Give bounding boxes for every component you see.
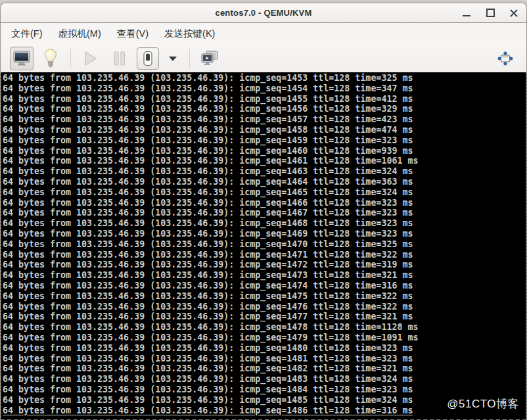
maximize-icon xyxy=(486,9,495,17)
show-graphical-console-button[interactable] xyxy=(10,47,34,70)
close-button[interactable] xyxy=(507,6,521,20)
terminal-line: 64 bytes from 103.235.46.39 (103.235.46.… xyxy=(3,270,526,281)
pause-icon xyxy=(113,51,126,66)
lightbulb-icon xyxy=(43,48,58,69)
terminal-line: 64 bytes from 103.235.46.39 (103.235.46.… xyxy=(3,177,526,187)
menubar: 文件(F) 虚拟机(M) 查看(V) 发送按键(K) xyxy=(1,23,526,44)
terminal-line: 64 bytes from 103.235.46.39 (103.235.46.… xyxy=(3,374,526,385)
displays-icon xyxy=(200,51,219,66)
terminal-line: 64 bytes from 103.235.46.39 (103.235.46.… xyxy=(3,322,526,333)
terminal-line: 64 bytes from 103.235.46.39 (103.235.46.… xyxy=(3,363,526,374)
terminal-line: 64 bytes from 103.235.46.39 (103.235.46.… xyxy=(3,187,526,198)
terminal-line: 64 bytes from 103.235.46.39 (103.235.46.… xyxy=(3,218,526,229)
terminal-line: 64 bytes from 103.235.46.39 (103.235.46.… xyxy=(3,125,526,135)
terminal-line: 64 bytes from 103.235.46.39 (103.235.46.… xyxy=(3,83,526,94)
terminal-line: 64 bytes from 103.235.46.39 (103.235.46.… xyxy=(3,281,526,291)
menu-view[interactable]: 查看(V) xyxy=(109,24,156,43)
window-title: centos7.0 - QEMU/KVM xyxy=(215,8,311,18)
shutdown-menu-button[interactable] xyxy=(164,47,181,70)
terminal-line: 64 bytes from 103.235.46.39 (103.235.46.… xyxy=(3,73,526,83)
toolbar xyxy=(1,44,526,72)
power-switch-icon xyxy=(143,51,153,66)
minimize-icon xyxy=(463,15,470,16)
menu-file[interactable]: 文件(F) xyxy=(3,24,51,43)
terminal-line: 64 bytes from 103.235.46.39 (103.235.46.… xyxy=(3,302,526,312)
terminal-output[interactable]: 64 bytes from 103.235.46.39 (103.235.46.… xyxy=(1,72,526,420)
virtual-displays-button[interactable] xyxy=(198,47,221,70)
terminal-line: 64 bytes from 103.235.46.39 (103.235.46.… xyxy=(3,104,526,114)
vm-console-window: centos7.0 - QEMU/KVM 文件(F) 虚拟机(M) 查看(V) … xyxy=(0,3,527,420)
maximize-button[interactable] xyxy=(483,6,497,20)
fullscreen-icon xyxy=(497,51,514,66)
terminal-line: 64 bytes from 103.235.46.39 (103.235.46.… xyxy=(3,333,526,343)
terminal-line: 64 bytes from 103.235.46.39 (103.235.46.… xyxy=(3,354,526,364)
menu-send-key[interactable]: 发送按键(K) xyxy=(156,24,223,43)
toolbar-separator xyxy=(189,49,190,68)
terminal-line: 64 bytes from 103.235.46.39 (103.235.46.… xyxy=(3,291,526,302)
titlebar: centos7.0 - QEMU/KVM xyxy=(1,3,526,23)
terminal-line: 64 bytes from 103.235.46.39 (103.235.46.… xyxy=(3,146,526,156)
terminal-line: 64 bytes from 103.235.46.39 (103.235.46.… xyxy=(3,114,526,125)
toolbar-separator xyxy=(70,49,71,68)
terminal-line: 64 bytes from 103.235.46.39 (103.235.46.… xyxy=(3,250,526,260)
terminal-line: 64 bytes from 103.235.46.39 (103.235.46.… xyxy=(3,343,526,354)
terminal-line: 64 bytes from 103.235.46.39 (103.235.46.… xyxy=(3,94,526,105)
terminal-line: 64 bytes from 103.235.46.39 (103.235.46.… xyxy=(3,166,526,177)
terminal-line: 64 bytes from 103.235.46.39 (103.235.46.… xyxy=(3,198,526,208)
terminal-line: 64 bytes from 103.235.46.39 (103.235.46.… xyxy=(3,312,526,322)
terminal-line: 64 bytes from 103.235.46.39 (103.235.46.… xyxy=(3,239,526,250)
shutdown-vm-button[interactable] xyxy=(137,47,159,70)
menu-virtual-machine[interactable]: 虚拟机(M) xyxy=(51,24,109,43)
close-icon xyxy=(510,9,518,17)
terminal-line: 64 bytes from 103.235.46.39 (103.235.46.… xyxy=(3,229,526,239)
terminal-line: 64 bytes from 103.235.46.39 (103.235.46.… xyxy=(3,260,526,270)
show-hardware-details-button[interactable] xyxy=(39,47,62,70)
terminal-line: 64 bytes from 103.235.46.39 (103.235.46.… xyxy=(3,135,526,146)
window-controls xyxy=(459,3,521,22)
terminal-line: 64 bytes from 103.235.46.39 (103.235.46.… xyxy=(3,156,526,166)
pause-vm-button[interactable] xyxy=(108,47,131,70)
monitor-icon xyxy=(13,51,30,66)
play-icon xyxy=(83,51,98,66)
fullscreen-button[interactable] xyxy=(493,47,517,70)
watermark: @51CTO博客 xyxy=(447,396,519,411)
run-vm-button[interactable] xyxy=(79,47,103,70)
terminal-line: 64 bytes from 103.235.46.39 (103.235.46.… xyxy=(3,208,526,218)
caret-down-icon xyxy=(169,57,177,61)
terminal-line: 64 bytes from 103.235.46.39 (103.235.46.… xyxy=(3,385,526,395)
minimize-button[interactable] xyxy=(459,6,474,20)
